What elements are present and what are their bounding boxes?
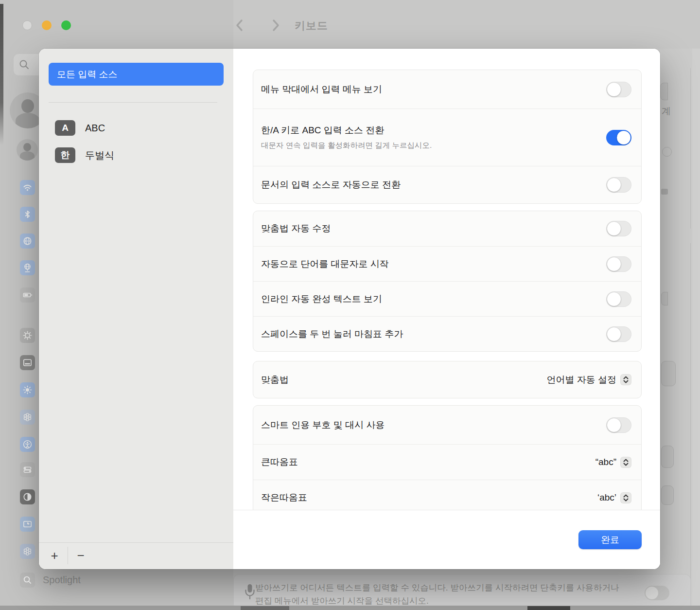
spelling-popup[interactable]: 언어별 자동 설정 [546,374,631,386]
smart-quotes-toggle[interactable] [606,417,631,433]
list-item-dubeolsik[interactable]: 한 두벌식 [55,147,114,163]
background-toggle-fragment [662,147,672,157]
apple-intelligence-flower-icon[interactable] [20,544,35,559]
back-chevron-icon[interactable] [232,18,247,33]
window-behind-edge [0,4,3,145]
han-a-key-toggle[interactable] [606,130,631,145]
hotspot-globe-icon[interactable] [20,260,35,275]
popup-value: ‘abc’ [597,492,616,503]
typing-options-group: 맞춤법 자동 수정 자동으로 단어를 대문자로 시작 인라인 자동 완성 텍스트… [253,211,642,352]
setting-row-auto-switch-document: 문서의 입력 소스로 자동으로 전환 [253,166,641,203]
remove-input-source-button[interactable]: − [71,546,90,565]
inline-predictions-toggle[interactable] [606,291,631,307]
row-label: 스페이스를 두 번 눌러 마침표 추가 [261,328,596,341]
row-label: 스마트 인용 부호 및 대시 사용 [261,419,596,431]
close-button[interactable] [22,20,32,30]
done-button[interactable]: 완료 [578,530,642,549]
popup-value: “abc” [595,457,616,467]
dialog-scroll-area: 메뉴 막대에서 입력 메뉴 보기 한/A 키로 ABC 입력 소스 전환 대문자… [233,49,660,510]
background-groupbox-edge [690,243,691,603]
sidebar-bottom-bar: + − [39,542,233,569]
double-space-period-toggle[interactable] [606,326,631,342]
dialog-panel: 메뉴 막대에서 입력 메뉴 보기 한/A 키로 ABC 입력 소스 전환 대문자… [233,49,660,569]
microphone-icon [244,583,256,603]
wifi-icon[interactable] [20,180,35,195]
forward-chevron-icon[interactable] [268,18,283,33]
background-chevron-fragment [661,189,668,195]
row-label: 자동으로 단어를 대문자로 시작 [261,258,596,270]
dictation-toggle[interactable] [645,586,669,600]
background-button-fragment [661,485,674,505]
all-input-sources-label: 모든 입력 소스 [57,68,118,81]
dictation-panel: 받아쓰기로 어디서든 텍스트를 입력할 수 있습니다. 받아쓰기를 시작하려면 … [233,574,691,610]
background-groupbox-edge [690,68,691,229]
input-menu-group: 메뉴 막대에서 입력 메뉴 보기 한/A 키로 ABC 입력 소스 전환 대문자… [253,70,642,204]
setting-row-han-a-key: 한/A 키로 ABC 입력 소스 전환 대문자 연속 입력을 활성화하려면 길게… [253,108,641,166]
divider [68,547,68,564]
sidebar-item-spotlight[interactable]: Spotlight [43,574,81,586]
setting-row-double-space-period: 스페이스를 두 번 눌러 마침표 추가 [253,316,641,351]
background-control-fragment [661,292,668,305]
popup-value: 언어별 자동 설정 [546,374,616,386]
input-source-badge-hangul: 한 [55,147,75,163]
list-item-abc[interactable]: A ABC [55,120,105,136]
row-label: 문서의 입력 소스로 자동으로 전환 [261,179,596,191]
setting-row-smart-quotes: 스마트 인용 부호 및 대시 사용 [253,406,641,444]
popup-chevrons-icon [620,374,631,385]
battery-icon[interactable] [20,287,35,303]
page-title: 키보드 [295,18,328,33]
sidebar-item-all-input-sources[interactable]: 모든 입력 소스 [49,63,224,86]
minimize-button[interactable] [42,20,52,30]
single-quote-popup[interactable]: ‘abc’ [597,492,631,503]
control-center-icon[interactable] [20,462,35,477]
spotlight-magnifier-icon[interactable] [20,573,35,588]
row-label: 맞춤법 [261,374,537,386]
add-input-source-button[interactable]: + [45,546,64,565]
window-bottom-edge [0,606,700,610]
gear-icon[interactable] [20,328,35,343]
input-sources-dialog: 모든 입력 소스 A ABC 한 두벌식 + − [39,49,660,569]
desktop-dock-icon[interactable] [20,355,35,370]
dialog-sidebar: 모든 입력 소스 A ABC 한 두벌식 + − [39,49,233,569]
background-partial-text: 계 [662,105,671,118]
row-label: 인라인 자동 완성 텍스트 보기 [261,293,596,305]
show-input-menu-toggle[interactable] [606,82,631,97]
auto-switch-document-toggle[interactable] [606,177,631,193]
bluetooth-icon[interactable] [20,207,35,222]
smart-quotes-group: 스마트 인용 부호 및 대시 사용 큰따옴표 “abc” 작은따 [253,405,642,510]
background-button-fragment [661,361,676,386]
accessibility-icon[interactable] [20,437,35,452]
avatar-small[interactable] [17,139,38,161]
zoom-button[interactable] [61,20,71,30]
network-globe-icon[interactable] [20,233,35,249]
setting-row-double-quote-style: 큰따옴표 “abc” [253,444,641,480]
scroll-gutter [692,49,700,606]
input-source-label-dubeolsik: 두벌식 [85,149,114,162]
setting-row-spelling: 맞춤법 언어별 자동 설정 [253,361,641,398]
divider [49,102,217,103]
wallpaper-flower-icon[interactable] [20,410,35,425]
row-label: 큰따옴표 [261,456,586,468]
displays-sun-icon[interactable] [20,382,35,397]
double-quote-popup[interactable]: “abc” [595,457,631,468]
setting-row-inline-predictions: 인라인 자동 완성 텍스트 보기 [253,281,641,316]
row-label: 메뉴 막대에서 입력 메뉴 보기 [261,83,596,96]
row-label: 맞춤법 자동 수정 [261,222,596,235]
row-label: 한/A 키로 ABC 입력 소스 전환 [261,124,596,137]
background-button-fragment [661,446,674,468]
setting-row-auto-capitalize: 자동으로 단어를 대문자로 시작 [253,246,641,281]
screen: 키보드 [0,0,700,610]
background-control-fragment [660,83,668,100]
autocorrect-toggle[interactable] [606,221,631,236]
siri-contrast-icon[interactable] [20,489,35,504]
dictation-description-line1: 받아쓰기로 어디서든 텍스트를 입력할 수 있습니다. 받아쓰기를 시작하려면 … [255,581,654,594]
row-label: 작은따옴표 [261,491,588,504]
screensaver-icon[interactable] [20,517,35,532]
setting-row-single-quote-style: 작은따옴표 ‘abc’ [253,480,641,510]
input-source-label-abc: ABC [85,123,105,134]
search-icon [18,59,30,71]
spelling-group: 맞춤법 언어별 자동 설정 [253,361,642,398]
setting-row-autocorrect: 맞춤법 자동 수정 [253,211,641,246]
setting-row-show-input-menu: 메뉴 막대에서 입력 메뉴 보기 [253,70,641,108]
auto-capitalize-toggle[interactable] [606,256,631,272]
